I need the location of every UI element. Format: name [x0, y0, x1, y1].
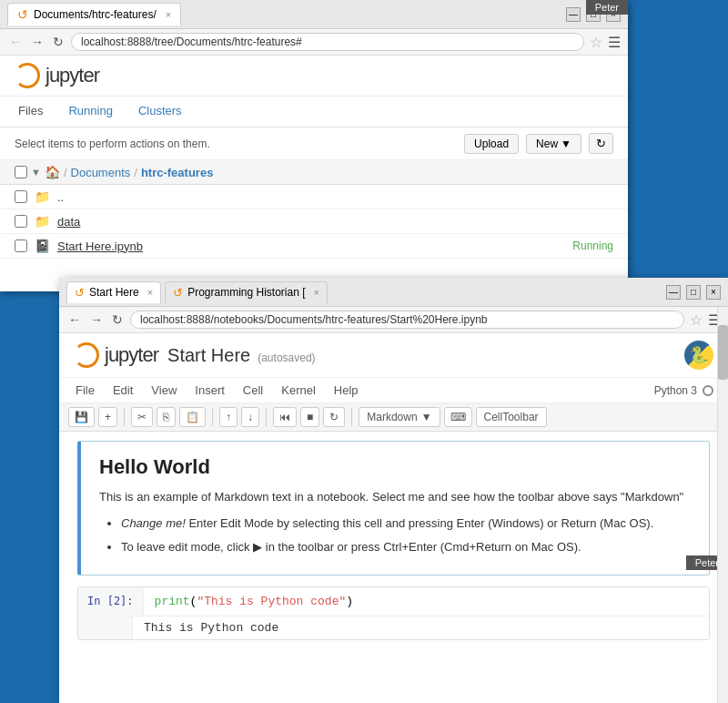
nav-tabs-back: Files Running Clusters [0, 97, 628, 127]
code-cell[interactable]: In [2]: print("This is Python code") Thi… [77, 586, 710, 640]
tool-sep-3 [266, 408, 267, 426]
menu-icon-back[interactable]: ☰ [608, 34, 621, 51]
copy-btn[interactable]: ⎘ [157, 407, 176, 427]
tab-circle-icon: ↺ [17, 7, 28, 22]
running-badge: Running [572, 239, 613, 252]
notebook-icon: 📓 [35, 239, 50, 253]
nb-window-controls: — □ × [666, 285, 721, 300]
back-tab-label: Documents/htrc-features/ [34, 8, 157, 21]
nb-tab-close-starthere[interactable]: × [147, 287, 153, 298]
tab-clusters[interactable]: Clusters [135, 97, 186, 127]
menu-file[interactable]: File [74, 380, 96, 401]
breadcrumb-sep-1: / [64, 166, 67, 179]
back-btn[interactable]: ← [7, 35, 24, 49]
new-btn[interactable]: New ▼ [526, 134, 581, 154]
menu-edit[interactable]: Edit [111, 380, 135, 401]
paste-btn[interactable]: 📋 [179, 407, 206, 427]
cut-btn[interactable]: ✂ [131, 407, 153, 427]
cell-type-dropdown[interactable]: Markdown ▼ [359, 407, 440, 427]
nb-tab-label-ph: Programming Historian [ [187, 286, 305, 299]
file-checkbox-notebook[interactable] [15, 239, 27, 252]
menu-insert[interactable]: Insert [193, 380, 227, 401]
restore-btn-front[interactable]: □ [686, 285, 701, 300]
nb-tab-proghistorian[interactable]: ↺ Programming Historian [ × [165, 281, 328, 303]
menu-cell[interactable]: Cell [241, 380, 265, 401]
nb-addressbar: ← → ↻ ☆ ☰ [59, 307, 728, 333]
close-btn-front[interactable]: × [706, 285, 721, 300]
home-icon[interactable]: 🏠 [45, 165, 60, 179]
minimize-btn-back[interactable]: — [566, 7, 581, 22]
nb-scrollbar[interactable] [717, 307, 728, 703]
code-keyword: print [155, 595, 190, 608]
file-name-notebook[interactable]: Start Here.ipynb [57, 239, 143, 253]
file-name-data[interactable]: data [57, 215, 80, 229]
jupyter-logo-text-front: jupyter [105, 343, 158, 367]
select-all-checkbox[interactable] [15, 166, 27, 178]
nb-tab-close-ph[interactable]: × [314, 287, 319, 298]
code-string: "This is Python code" [197, 595, 346, 608]
code-cell-body[interactable]: print("This is Python code") [144, 587, 709, 616]
fast-forward-btn[interactable]: ⏮ [273, 407, 297, 427]
bookmark-icon-front[interactable]: ☆ [690, 311, 703, 329]
nb-tab-starthere[interactable]: ↺ Start Here × [66, 281, 161, 303]
address-input-back[interactable] [71, 33, 584, 51]
file-row-parent: 📁 .. [0, 185, 628, 209]
jupyter-logo-circle-front [74, 342, 99, 368]
save-btn[interactable]: 💾 [68, 407, 95, 427]
reload-btn[interactable]: ↻ [51, 35, 66, 49]
dropdown-arrow[interactable]: ▼ [31, 167, 41, 178]
jupyter-header-back: jupyter [0, 56, 628, 97]
kernel-name: Python 3 [654, 384, 697, 397]
stop-btn[interactable]: ■ [300, 407, 319, 427]
markdown-cell[interactable]: Hello World This is an example of Markdo… [77, 441, 710, 576]
new-btn-label: New [536, 138, 558, 150]
tab-running[interactable]: Running [65, 97, 116, 127]
code-paren-close: ) [346, 595, 353, 608]
markdown-bullet-0: Change me! Enter Edit Mode by selecting … [121, 514, 691, 534]
add-cell-btn[interactable]: + [98, 407, 117, 427]
breadcrumb-sep-2: / [134, 166, 137, 179]
nb-scrollbar-thumb[interactable] [718, 325, 728, 380]
breadcrumb-htrc[interactable]: htrc-features [141, 166, 213, 179]
nb-forward-btn[interactable]: → [88, 312, 105, 327]
tool-sep-1 [124, 408, 125, 426]
nb-menu: File Edit View Insert Cell Kernel Help P… [59, 378, 728, 403]
python-logo: 🐍 [684, 341, 713, 370]
nb-reload-btn[interactable]: ↻ [110, 312, 125, 327]
keyboard-btn[interactable]: ⌨ [444, 407, 472, 427]
nb-title-main[interactable]: Start Here [167, 345, 250, 366]
nb-back-btn[interactable]: ← [66, 312, 83, 327]
tool-sep-4 [351, 408, 352, 426]
menu-kernel[interactable]: Kernel [279, 380, 318, 401]
menu-help[interactable]: Help [332, 380, 360, 401]
refresh-kernel-btn[interactable]: ↻ [323, 407, 345, 427]
refresh-btn[interactable]: ↻ [589, 133, 613, 154]
markdown-bullet-1: To leave edit mode, click ▶ in the toolb… [121, 537, 691, 557]
file-checkbox-parent[interactable] [15, 190, 27, 203]
code-cell-prompt: In [2]: [78, 587, 144, 616]
move-up-btn[interactable]: ↑ [219, 407, 238, 427]
breadcrumb-documents[interactable]: Documents [71, 166, 131, 179]
tab-files[interactable]: Files [15, 97, 46, 127]
menu-view[interactable]: View [149, 380, 178, 401]
user-badge-back: Peter [586, 0, 628, 15]
file-name-parent[interactable]: .. [57, 190, 64, 204]
markdown-paragraph: This is an example of Markdown text in a… [99, 488, 691, 506]
upload-btn[interactable]: Upload [464, 134, 519, 154]
move-down-btn[interactable]: ↓ [241, 407, 259, 427]
file-checkbox-data[interactable] [15, 215, 27, 228]
nb-jupyter-header: jupyter Start Here (autosaved) 🐍 [59, 333, 728, 378]
nb-address-input[interactable] [130, 311, 684, 329]
bookmark-icon-back[interactable]: ☆ [590, 34, 602, 51]
back-title-tab[interactable]: ↺ Documents/htrc-features/ × [7, 3, 181, 25]
folder-icon-data: 📁 [35, 214, 50, 229]
forward-btn[interactable]: → [29, 35, 46, 49]
select-info: Select items to perform actions on them. [15, 138, 457, 150]
file-row-data: 📁 data [0, 209, 628, 234]
output-text: This is Python code [133, 616, 289, 639]
minimize-btn-front[interactable]: — [666, 285, 681, 300]
back-tab-close[interactable]: × [166, 9, 171, 20]
celltoolbar-btn[interactable]: CellToolbar [476, 407, 547, 427]
back-titlebar: ↺ Documents/htrc-features/ × — □ × [0, 0, 628, 29]
markdown-heading: Hello World [99, 455, 691, 479]
